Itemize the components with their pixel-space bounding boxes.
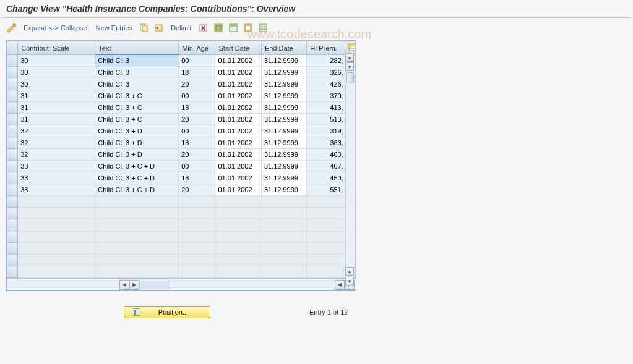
cell-end[interactable]: 31.12.9999 — [261, 161, 306, 172]
cell-text[interactable]: Child Cl. 3 + C — [95, 102, 179, 114]
cell-start[interactable]: 01.01.2002 — [215, 90, 261, 102]
cell-empty[interactable] — [215, 219, 261, 231]
cell-start[interactable]: 01.01.2002 — [215, 78, 261, 90]
cell-text[interactable]: Child Cl. 3 + C + D — [95, 184, 179, 196]
cell-empty[interactable] — [307, 255, 345, 266]
cell-text[interactable]: Child Cl. 3 + C + D — [95, 172, 179, 184]
row-selector[interactable] — [7, 125, 18, 137]
cell-start[interactable]: 01.01.2002 — [215, 161, 261, 172]
scroll-left-end-icon[interactable]: ◀ — [335, 280, 345, 290]
cell-age[interactable]: 18 — [179, 67, 215, 78]
cell-start[interactable]: 01.01.2002 — [215, 184, 261, 196]
cell-text[interactable]: Child Cl. 3 + C + D — [95, 161, 179, 172]
position-button[interactable]: Position... — [124, 306, 210, 318]
cell-text[interactable]: Child Cl. 3 — [95, 78, 179, 90]
cell-empty[interactable] — [18, 219, 95, 231]
cell-end[interactable]: 31.12.9999 — [261, 67, 306, 78]
row-selector[interactable] — [7, 266, 18, 278]
cell-empty[interactable] — [261, 255, 306, 266]
cell-age[interactable]: 20 — [179, 114, 215, 125]
row-selector-header[interactable] — [7, 41, 18, 55]
cell-age[interactable]: 00 — [179, 161, 215, 172]
row-selector[interactable] — [7, 78, 18, 90]
scroll-thumb[interactable] — [346, 72, 354, 83]
cell-scale[interactable]: 32 — [18, 149, 95, 161]
cell-age[interactable]: 20 — [179, 184, 215, 196]
cell-scale[interactable]: 32 — [18, 137, 95, 149]
cell-scale[interactable]: 31 — [18, 90, 95, 102]
cell-empty[interactable] — [18, 243, 95, 255]
cell-age[interactable]: 00 — [179, 55, 215, 67]
cell-start[interactable]: 01.01.2002 — [215, 137, 261, 149]
scroll-down-bottom-icon[interactable]: ▼ — [345, 277, 354, 286]
cell-empty[interactable] — [95, 208, 179, 219]
cell-end[interactable]: 31.12.9999 — [261, 102, 306, 114]
cell-end[interactable]: 31.12.9999 — [261, 55, 306, 67]
cell-empty[interactable] — [261, 266, 306, 278]
expand-collapse-button[interactable]: Expand <-> Collapse — [21, 24, 90, 32]
cell-start[interactable]: 01.01.2002 — [215, 172, 261, 184]
cell-prem[interactable]: 326, — [307, 67, 345, 78]
cell-empty[interactable] — [95, 255, 179, 266]
cell-empty[interactable] — [215, 196, 261, 208]
cell-empty[interactable] — [179, 266, 215, 278]
scroll-track[interactable] — [345, 84, 355, 267]
cell-scale[interactable]: 32 — [18, 125, 95, 137]
cell-end[interactable]: 31.12.9999 — [261, 114, 306, 125]
row-selector[interactable] — [7, 102, 18, 114]
delete-icon[interactable] — [198, 22, 209, 33]
cell-end[interactable]: 31.12.9999 — [261, 172, 306, 184]
deselect-all-icon[interactable] — [243, 22, 254, 33]
cell-age[interactable]: 00 — [179, 90, 215, 102]
cell-empty[interactable] — [261, 243, 306, 255]
select-all-icon[interactable] — [213, 22, 224, 33]
cell-empty[interactable] — [95, 231, 179, 243]
cell-prem[interactable]: 413, — [307, 102, 345, 114]
row-selector[interactable] — [7, 90, 18, 102]
cell-end[interactable]: 31.12.9999 — [261, 149, 306, 161]
cell-prem[interactable]: 319, — [307, 125, 345, 137]
cell-empty[interactable] — [95, 196, 179, 208]
hscroll-track[interactable] — [139, 281, 170, 289]
cell-age[interactable]: 00 — [179, 125, 215, 137]
cell-end[interactable]: 31.12.9999 — [261, 184, 306, 196]
cell-age[interactable]: 20 — [179, 149, 215, 161]
cell-age[interactable]: 18 — [179, 172, 215, 184]
cell-start[interactable]: 01.01.2002 — [215, 55, 261, 67]
cell-empty[interactable] — [215, 266, 261, 278]
config-icon[interactable] — [257, 22, 269, 33]
cell-text[interactable]: Child Cl. 3 + D — [95, 149, 179, 161]
cell-empty[interactable] — [18, 231, 95, 243]
cell-empty[interactable] — [215, 231, 261, 243]
cell-empty[interactable] — [261, 219, 306, 231]
cell-empty[interactable] — [307, 208, 345, 219]
cell-empty[interactable] — [215, 208, 261, 219]
column-header-prem[interactable]: HI Prem. — [307, 41, 345, 55]
cell-empty[interactable] — [215, 243, 261, 255]
cell-scale[interactable]: 33 — [18, 184, 95, 196]
vertical-scrollbar[interactable]: ▲ ▼ ▲ ▼ — [345, 53, 355, 286]
cell-empty[interactable] — [179, 196, 215, 208]
cell-age[interactable]: 18 — [179, 137, 215, 149]
column-header-scale[interactable]: Contribut. Scale — [18, 41, 95, 55]
change-display-icon[interactable] — [6, 22, 17, 33]
scroll-down-icon[interactable]: ▼ — [345, 62, 354, 71]
cell-age[interactable]: 18 — [179, 102, 215, 114]
cell-end[interactable]: 31.12.9999 — [261, 125, 306, 137]
cell-end[interactable]: 31.12.9999 — [261, 90, 306, 102]
scroll-right-icon[interactable]: ▶ — [129, 280, 139, 290]
row-selector[interactable] — [7, 161, 18, 172]
cell-empty[interactable] — [261, 231, 306, 243]
cell-empty[interactable] — [215, 255, 261, 266]
cell-start[interactable]: 01.01.2002 — [215, 114, 261, 125]
cell-prem[interactable]: 551, — [307, 184, 345, 196]
cell-text[interactable]: Child Cl. 3 + C — [95, 114, 179, 125]
cell-empty[interactable] — [307, 219, 345, 231]
row-selector[interactable] — [7, 137, 18, 149]
cell-start[interactable]: 01.01.2002 — [215, 102, 261, 114]
cell-scale[interactable]: 33 — [18, 161, 95, 172]
cell-text[interactable]: Child Cl. 3 + D — [95, 137, 179, 149]
cell-empty[interactable] — [95, 243, 179, 255]
row-selector[interactable] — [7, 196, 18, 208]
scroll-left-icon[interactable]: ◀ — [119, 280, 129, 290]
